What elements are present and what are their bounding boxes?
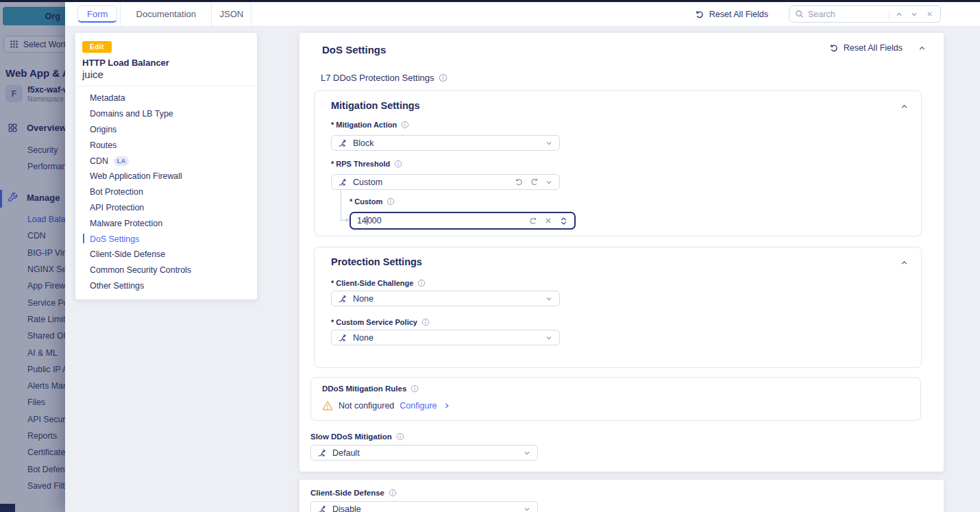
client-side-defense-label: Client-Side Defense: [310, 489, 397, 497]
client-side-defense-label-text: Client-Side Defense: [310, 489, 384, 497]
nav-item-waf[interactable]: Web Application Firewall: [75, 169, 257, 184]
info-icon[interactable]: [389, 489, 397, 497]
mitigation-settings-box: Mitigation Settings * Mitigation Action …: [314, 90, 922, 236]
info-icon[interactable]: [394, 160, 402, 168]
nav-item-cdn[interactable]: CDN LA: [75, 153, 257, 169]
select-branch-icon: [317, 448, 327, 458]
search-box: [789, 5, 941, 23]
nav-divider: [75, 86, 257, 86]
nav-item-dos-settings[interactable]: DoS Settings: [75, 231, 257, 247]
section-reset-all-fields-label: Reset All Fields: [844, 43, 903, 53]
window-top-border: [0, 0, 980, 2]
slow-ddos-mitigation-value: Default: [332, 448, 517, 458]
search-input[interactable]: [808, 10, 885, 19]
chevron-down-icon: [545, 334, 553, 342]
nav-item-common-security-controls[interactable]: Common Security Controls: [75, 263, 257, 278]
nested-field-connector: [341, 191, 341, 221]
custom-service-policy-value: None: [353, 333, 539, 343]
custom-rps-input[interactable]: 14000: [350, 212, 576, 230]
reset-icon: [695, 10, 705, 19]
mitigation-action-select[interactable]: Block: [331, 135, 560, 151]
nav-item-origins[interactable]: Origins: [75, 122, 257, 138]
client-side-challenge-label: * Client-Side Challenge: [331, 279, 426, 287]
client-side-defense-select[interactable]: Disable: [310, 501, 538, 512]
number-stepper-icon[interactable]: [559, 217, 568, 225]
clear-field-icon[interactable]: [544, 217, 552, 225]
modal-scrim[interactable]: [0, 2, 65, 512]
collapse-protection-icon[interactable]: [900, 258, 909, 267]
info-icon[interactable]: [421, 318, 430, 326]
chevron-right-icon[interactable]: [443, 402, 451, 410]
editor-tabbar: Form Documentation JSON Reset All Fields: [65, 2, 980, 27]
card-header-actions: Reset All Fields: [829, 43, 927, 53]
search-close-button[interactable]: [924, 9, 935, 20]
tab-json[interactable]: JSON: [212, 2, 252, 26]
l7-ddos-section-label: L7 DDoS Protection Settings: [321, 73, 448, 83]
tab-form[interactable]: Form: [77, 5, 117, 23]
sidebar-footer-bar: [0, 504, 15, 512]
info-icon[interactable]: [396, 432, 404, 441]
search-icon: [795, 10, 804, 19]
refresh-field-icon[interactable]: [530, 178, 539, 186]
search-prev-button[interactable]: [894, 9, 905, 20]
chevron-down-icon: [545, 295, 553, 303]
slow-ddos-mitigation-select[interactable]: Default: [310, 445, 538, 461]
collapse-section-icon[interactable]: [918, 44, 927, 53]
custom-rps-label-text: * Custom: [350, 197, 382, 206]
section-reset-all-fields-button[interactable]: Reset All Fields: [829, 43, 903, 53]
nav-item-domains-lb-type[interactable]: Domains and LB Type: [75, 106, 257, 122]
ddos-mitigation-rules-label-text: DDoS Mitigation Rules: [322, 385, 406, 393]
page-title: DoS Settings: [322, 44, 386, 56]
nav-item-malware-protection[interactable]: Malware Protection: [75, 215, 257, 231]
nav-item-client-side-defense[interactable]: Client-Side Defense: [75, 247, 257, 263]
protection-settings-box: Protection Settings * Client-Side Challe…: [314, 247, 922, 368]
search-next-button[interactable]: [909, 9, 920, 20]
tab-documentation[interactable]: Documentation: [120, 2, 212, 26]
nav-item-cdn-label: CDN: [90, 156, 108, 166]
info-icon[interactable]: [387, 197, 395, 206]
search-divider: [889, 10, 890, 19]
custom-service-policy-select[interactable]: None: [331, 330, 560, 345]
editor-content: Edit HTTP Load Balancer juice Metadata D…: [65, 27, 980, 512]
reset-all-fields-button[interactable]: Reset All Fields: [695, 10, 768, 19]
object-type-title: HTTP Load Balancer: [82, 58, 169, 68]
editor-overlay-panel: Form Documentation JSON Reset All Fields…: [65, 2, 980, 512]
reset-field-icon[interactable]: [515, 178, 524, 186]
nav-item-other-settings[interactable]: Other Settings: [75, 278, 257, 294]
select-branch-icon: [338, 138, 347, 148]
nav-item-routes[interactable]: Routes: [75, 137, 257, 153]
nav-item-bot-protection[interactable]: Bot Protection: [75, 184, 257, 200]
select-branch-icon: [338, 294, 347, 304]
custom-rps-value-left: 14: [357, 216, 367, 225]
dos-settings-card: DoS Settings Reset All Fields L7 DDoS Pr…: [299, 33, 944, 472]
client-side-challenge-value: None: [353, 294, 539, 304]
refresh-field-icon[interactable]: [528, 217, 537, 225]
mitigation-action-label: * Mitigation Action: [331, 121, 409, 129]
info-icon[interactable]: [417, 279, 426, 287]
object-name: juice: [82, 69, 103, 80]
custom-service-policy-label-text: * Custom Service Policy: [331, 318, 417, 326]
form-section-list: Metadata Domains and LB Type Origins Rou…: [75, 90, 257, 293]
rps-threshold-select[interactable]: Custom: [331, 174, 560, 190]
app-sidebar: Org Select Works Web App & A F f5xc-waf-…: [0, 2, 65, 512]
chevron-down-icon: [545, 139, 553, 147]
form-section-nav: Edit HTTP Load Balancer juice Metadata D…: [75, 33, 257, 300]
info-icon[interactable]: [401, 121, 409, 129]
nav-item-metadata[interactable]: Metadata: [75, 90, 257, 106]
ddos-rules-status: Not configured: [339, 401, 394, 411]
l7-ddos-label-text: L7 DDoS Protection Settings: [321, 73, 434, 83]
select-branch-icon: [338, 178, 347, 187]
info-icon[interactable]: [439, 73, 448, 82]
configure-link[interactable]: Configure: [400, 401, 437, 411]
nav-item-api-protection[interactable]: API Protection: [75, 200, 257, 216]
collapse-mitigation-icon[interactable]: [900, 102, 909, 111]
chevron-down-icon: [523, 449, 531, 457]
cdn-limited-availability-badge: LA: [114, 156, 130, 166]
info-icon[interactable]: [411, 385, 419, 393]
rps-threshold-label-text: * RPS Threshold: [331, 160, 390, 168]
tabbar-spacer: [252, 2, 695, 26]
client-side-defense-card: Client-Side Defense Disable: [299, 480, 944, 512]
select-branch-icon: [338, 333, 347, 343]
client-side-challenge-select[interactable]: None: [331, 291, 560, 306]
reset-all-fields-label: Reset All Fields: [709, 10, 768, 19]
